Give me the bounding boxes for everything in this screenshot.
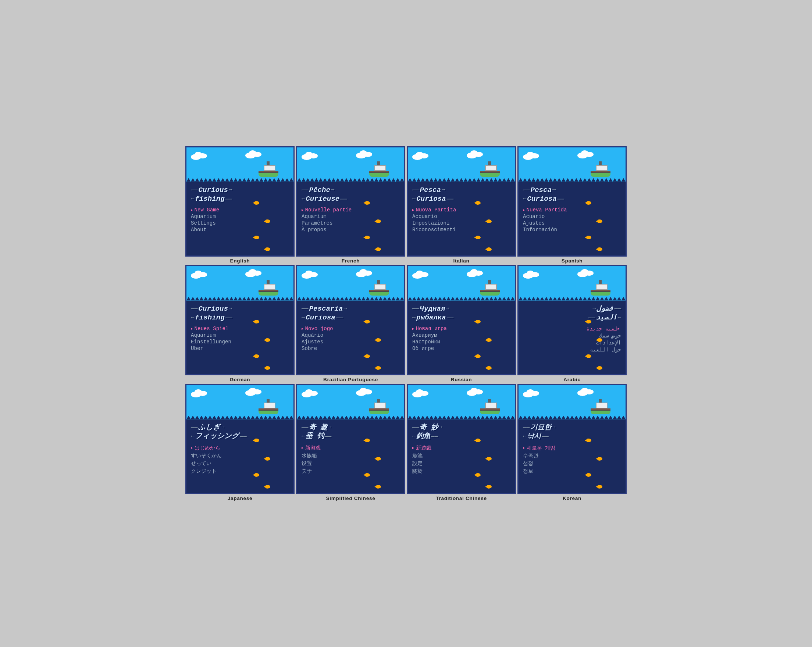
- menu-item-2[interactable]: 設定: [412, 460, 510, 467]
- fish-sprite: [596, 247, 604, 252]
- menu-item-1[interactable]: Acquario: [412, 213, 510, 220]
- menu-item-2[interactable]: Ajustes: [302, 339, 400, 345]
- menu-item-text-1: Aquarium: [302, 213, 327, 219]
- menu-item-2[interactable]: الإعدادات: [523, 339, 621, 346]
- fish-sprite: [474, 472, 482, 478]
- menu-item-3[interactable]: Об игре: [412, 345, 510, 352]
- title-text-2: 낚시: [527, 432, 541, 441]
- boat: [480, 280, 502, 295]
- fish-sprite: [485, 456, 493, 461]
- menu-item-2[interactable]: 설정: [523, 460, 621, 467]
- arrow-right-1: →: [553, 186, 556, 194]
- menu-item-0[interactable]: ▶لعبة جديدة: [523, 325, 621, 332]
- arrow-right-1: →: [442, 186, 445, 194]
- menu-list: ▶Новая играАквариумНастройкиОб игре: [412, 325, 510, 352]
- menu-item-text-3: 정보: [523, 467, 533, 475]
- panel-cell-arabic: ——فضول→←الصيد——▶لعبة جديدةحوض سمكالإعداد…: [517, 265, 627, 382]
- fish-sprite: [363, 472, 371, 478]
- menu-item-1[interactable]: Аквариум: [412, 332, 510, 339]
- menu-item-1[interactable]: 水族箱: [302, 452, 400, 460]
- panel-label: Korean: [563, 496, 582, 501]
- menu-item-text-1: すいぞくかん: [191, 452, 222, 459]
- menu-item-1[interactable]: Aquarium: [191, 213, 289, 220]
- arrow-right-1: →: [552, 424, 555, 431]
- menu-item-1[interactable]: Aquarium: [191, 332, 289, 339]
- menu-item-3[interactable]: 关于: [302, 467, 400, 475]
- wave-divider: [186, 414, 293, 419]
- menu-item-3[interactable]: حول اللعبة: [523, 346, 621, 353]
- panel-label: Japanese: [227, 496, 252, 501]
- menu-item-1[interactable]: Acuario: [523, 213, 621, 220]
- game-panel-french: ——Pêche→←Curieuse——▶Nouvelle partieAquar…: [296, 146, 405, 257]
- menu-item-0[interactable]: ▶新游戏: [302, 444, 400, 452]
- menu-item-2[interactable]: Settings: [191, 220, 289, 227]
- menu-item-text-2: Impostazioni: [412, 220, 449, 226]
- fish-sprite: [485, 365, 493, 371]
- menu-item-3[interactable]: Información: [523, 227, 621, 233]
- game-panel-japanese: ——ふしぎ→←フィッシング——▶はじめからすいぞくかんせっていクレジット: [185, 384, 295, 494]
- title-text-2: الصيد: [596, 313, 617, 323]
- fish-sprite: [253, 235, 261, 240]
- menu-item-text-3: Über: [191, 346, 203, 352]
- fish-sprite: [374, 247, 383, 252]
- menu-item-text-3: حول اللعبة: [590, 347, 621, 353]
- menu-item-text-0: 새로운 게임: [527, 445, 555, 451]
- menu-item-3[interactable]: Riconoscimenti: [412, 227, 510, 233]
- menu-item-0[interactable]: ▶新遊戲: [412, 444, 510, 452]
- dash-right-2: ——: [447, 314, 453, 322]
- menu-item-3[interactable]: 關於: [412, 467, 510, 475]
- menu-item-0[interactable]: ▶Nouvelle partie: [302, 207, 400, 213]
- menu-item-2[interactable]: Paramètres: [302, 220, 400, 227]
- menu-item-2[interactable]: 设置: [302, 460, 400, 467]
- menu-list: ▶新游戏水族箱设置关于: [302, 444, 400, 475]
- menu-item-2[interactable]: Einstellungen: [191, 339, 289, 345]
- panel-cell-simplified-chinese: ——奇 趣→←垂 钓——▶新游戏水族箱设置关于Simplified Chines…: [296, 384, 405, 501]
- menu-item-3[interactable]: Sobre: [302, 345, 400, 352]
- menu-item-3[interactable]: 정보: [523, 467, 621, 475]
- dash-right-2: ——: [557, 196, 564, 203]
- menu-item-0[interactable]: ▶새로운 게임: [523, 444, 621, 452]
- game-title: ——Curious→←fishing——: [191, 186, 289, 204]
- menu-item-1[interactable]: すいぞくかん: [191, 452, 289, 460]
- game-title: ——Чудная→←рыбалка——: [412, 304, 510, 323]
- arrow-right-1: →: [439, 424, 442, 431]
- menu-item-3[interactable]: About: [191, 227, 289, 233]
- menu-item-1[interactable]: 수족관: [523, 452, 621, 460]
- menu-item-3[interactable]: クレジット: [191, 467, 289, 475]
- menu-item-0[interactable]: ▶Novo jogo: [302, 325, 400, 332]
- menu-item-text-0: Novo jogo: [305, 326, 333, 332]
- title-text-1: Curious: [198, 186, 228, 195]
- title-row-1: ——기묘한→: [523, 423, 621, 432]
- menu-item-0[interactable]: ▶はじめから: [191, 444, 289, 452]
- content-area: ——Curious→←fishing——▶Neues SpielAquarium…: [186, 301, 293, 356]
- wave-divider: [297, 414, 404, 419]
- menu-item-2[interactable]: Ajustes: [523, 220, 621, 227]
- menu-list: ▶새로운 게임수족관설정정보: [523, 444, 621, 475]
- title-row-1: ——Pesca→: [412, 186, 510, 195]
- menu-item-2[interactable]: Настройки: [412, 339, 510, 345]
- menu-item-3[interactable]: Über: [191, 345, 289, 352]
- game-title: ——기묘한→←낚시——: [523, 423, 621, 441]
- menu-item-0[interactable]: ▶Новая игра: [412, 325, 510, 332]
- menu-item-text-3: Sobre: [302, 346, 317, 352]
- menu-item-1[interactable]: حوض سمك: [523, 332, 621, 339]
- fish-sprite: [374, 338, 383, 343]
- content-area: ——Pêche→←Curieuse——▶Nouvelle partieAquar…: [297, 182, 404, 237]
- menu-item-0[interactable]: ▶New Game: [191, 207, 289, 213]
- menu-item-2[interactable]: Impostazioni: [412, 220, 510, 227]
- menu-item-0[interactable]: ▶Neues Spiel: [191, 325, 289, 332]
- menu-item-1[interactable]: Aquarium: [302, 213, 400, 220]
- boat: [258, 280, 281, 295]
- panel-label: Italian: [453, 258, 469, 263]
- menu-item-3[interactable]: À propos: [302, 227, 400, 233]
- fish-sprite: [596, 456, 604, 461]
- game-panel-german: ——Curious→←fishing——▶Neues SpielAquarium…: [185, 265, 295, 375]
- menu-item-0[interactable]: ▶Nueva Partida: [523, 207, 621, 213]
- arrow-right-1: →: [331, 186, 334, 194]
- menu-item-1[interactable]: 魚池: [412, 452, 510, 460]
- ocean-section: ——Pesca→←Curiosa——▶Nueva PartidaAcuarioA…: [519, 182, 626, 256]
- menu-item-1[interactable]: Aquário: [302, 332, 400, 339]
- menu-item-0[interactable]: ▶Nuova Partita: [412, 207, 510, 213]
- ocean-section: ——Curious→←fishing——▶Neues SpielAquarium…: [186, 301, 293, 374]
- menu-item-2[interactable]: せってい: [191, 460, 289, 467]
